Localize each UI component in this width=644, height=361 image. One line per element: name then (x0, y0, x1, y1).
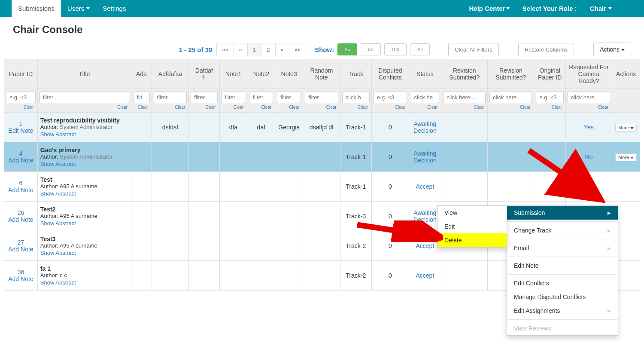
menu-submission[interactable]: Submission▶ (507, 206, 618, 220)
submenu-edit[interactable]: Edit (437, 220, 507, 233)
camera-link[interactable]: Yes (584, 124, 594, 131)
show-abstract-link[interactable]: Show Abstract (40, 161, 76, 167)
clear-filter[interactable]: Clear (277, 105, 301, 110)
status-link[interactable]: Accept (416, 272, 434, 279)
menu-manage-disputed[interactable]: Manage Disputed Conflicts (507, 290, 618, 291)
show-50[interactable]: 50 (361, 43, 380, 55)
filter-status[interactable] (411, 92, 440, 103)
status-link[interactable]: Awaiting Decision (413, 209, 437, 223)
show-abstract-link[interactable]: Show Abstract (40, 220, 76, 226)
clear-filter[interactable]: Clear (191, 105, 217, 110)
clear-filter[interactable]: Clear (6, 105, 36, 110)
filter-title[interactable] (39, 92, 129, 103)
header-disputed[interactable]: Disputed Conflicts (372, 59, 409, 89)
pager-page-1[interactable]: 1 (248, 43, 261, 56)
header-title[interactable]: Title (37, 59, 131, 89)
filter-rev1[interactable] (443, 92, 486, 103)
clear-filter[interactable]: Clear (489, 105, 532, 110)
clear-filter[interactable]: Clear (536, 105, 564, 110)
filter-note1[interactable] (222, 92, 246, 103)
status-link[interactable]: Accept (416, 183, 434, 190)
restore-columns-button[interactable]: Restore Columns (518, 43, 574, 56)
nav-users[interactable]: Users (61, 0, 96, 17)
note-action-link[interactable]: Add Note (7, 157, 35, 164)
table-row[interactable]: 4Add Note Gao's primary Author: System A… (4, 142, 640, 172)
submenu-delete[interactable]: Delete (437, 233, 507, 247)
show-all[interactable]: All (410, 43, 430, 55)
paper-id-link[interactable]: 26 (7, 209, 35, 216)
header-revision-1[interactable]: Revision Submitted? (441, 59, 488, 89)
filter-note2[interactable] (249, 92, 273, 103)
filter-rev2[interactable] (489, 92, 532, 103)
clear-filter[interactable]: Clear (133, 105, 150, 110)
clear-filter[interactable]: Clear (222, 105, 246, 110)
filter-adf[interactable] (154, 92, 187, 103)
pager-page-2[interactable]: 2 (261, 43, 275, 56)
more-button[interactable]: More (615, 124, 637, 132)
header-camera-ready[interactable]: Requested For Camera Ready? (565, 59, 612, 89)
note-action-link[interactable]: Add Note (7, 275, 35, 282)
menu-email[interactable]: Email▶ (507, 241, 618, 255)
clear-filter[interactable]: Clear (374, 105, 407, 110)
header-track[interactable]: Track (340, 59, 372, 89)
filter-id[interactable] (6, 92, 36, 103)
header-dafdaf[interactable]: Dafdaf🡡 (189, 59, 219, 89)
note-action-link[interactable]: Edit Note (7, 127, 35, 134)
filter-disputed[interactable] (374, 92, 407, 103)
status-link[interactable]: Accept (416, 242, 434, 249)
note-action-link[interactable]: Add Note (7, 187, 35, 193)
status-link[interactable]: Awaiting Decision (413, 120, 437, 134)
show-abstract-link[interactable]: Show Abstract (40, 250, 76, 256)
note-action-link[interactable]: Add Note (7, 216, 35, 223)
filter-track[interactable] (342, 92, 370, 103)
show-abstract-link[interactable]: Show Abstract (40, 190, 76, 197)
header-note3[interactable]: Note3 (275, 59, 303, 89)
pager-next[interactable]: » (276, 43, 289, 56)
more-button[interactable]: More (615, 153, 637, 161)
clear-filter[interactable]: Clear (411, 105, 440, 110)
filter-random[interactable] (305, 92, 338, 103)
note-action-link[interactable]: Add Note (7, 246, 35, 253)
clear-filter[interactable]: Clear (154, 105, 187, 110)
menu-change-track[interactable]: Change Track▶ (507, 223, 618, 237)
filter-note3[interactable] (277, 92, 301, 103)
table-row[interactable]: 6Add Note Test Author: A95 A surname Sho… (4, 172, 640, 202)
show-100[interactable]: 100 (384, 43, 407, 55)
filter-orig[interactable] (536, 92, 564, 103)
submenu-view[interactable]: View (437, 206, 507, 220)
clear-filter[interactable]: Clear (443, 105, 486, 110)
paper-id-link[interactable]: 4 (7, 150, 35, 157)
filter-daf[interactable] (191, 92, 217, 103)
paper-id-link[interactable]: 1 (7, 120, 35, 127)
filter-ada[interactable] (133, 92, 150, 103)
header-paper-id[interactable]: Paper ID (4, 59, 38, 89)
paper-id-link[interactable]: 6 (7, 180, 35, 187)
header-revision-2[interactable]: Revision Submitted? (488, 59, 534, 89)
nav-help[interactable]: Help Center (462, 0, 516, 17)
filter-camera[interactable] (568, 92, 610, 103)
status-link[interactable]: Awaiting Decision (413, 150, 437, 164)
clear-filter[interactable]: Clear (249, 105, 273, 110)
header-orig-id[interactable]: Original Paper ID (534, 59, 566, 89)
header-ada[interactable]: Ada (131, 59, 152, 89)
pager-last[interactable]: »» (289, 43, 306, 56)
clear-filter[interactable]: Clear (305, 105, 338, 110)
header-status[interactable]: Status (409, 59, 441, 89)
show-abstract-link[interactable]: Show Abstract (40, 131, 76, 138)
header-note2[interactable]: Note2 (247, 59, 275, 89)
menu-edit-note[interactable]: Edit Note (507, 259, 618, 272)
actions-dropdown[interactable]: Actions (593, 43, 631, 56)
camera-link[interactable]: No (585, 153, 593, 160)
clear-filter[interactable]: Clear (39, 105, 129, 110)
nav-submissions[interactable]: Submissions (12, 0, 61, 17)
show-25[interactable]: 25 (337, 43, 357, 55)
paper-id-link[interactable]: 36 (7, 269, 35, 275)
nav-role-select[interactable]: Chair (583, 0, 618, 17)
paper-id-link[interactable]: 27 (7, 239, 35, 246)
menu-edit-conflicts[interactable]: Edit Conflicts (507, 276, 618, 290)
show-abstract-link[interactable]: Show Abstract (40, 279, 76, 286)
clear-filter[interactable]: Clear (342, 105, 370, 110)
pager-prev[interactable]: « (234, 43, 248, 56)
clear-all-filters-button[interactable]: Clear All Filters (448, 43, 498, 56)
clear-filter[interactable]: Clear (568, 105, 610, 110)
